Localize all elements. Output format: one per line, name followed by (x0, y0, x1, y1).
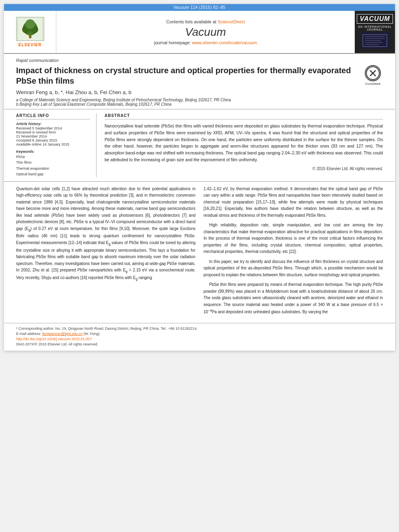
vacuum-logo: VACUUM AN INTERNATIONAL JOURNAL (357, 14, 393, 50)
history-label: Article history: (16, 122, 90, 126)
svg-point-5 (25, 19, 35, 29)
corresponding-note: * Corresponding author. No. 19, Qingyuan… (16, 327, 383, 331)
email-note: E-mail address: fengwenran@bjpt.edu.cn (… (16, 332, 383, 336)
keyword-thin-films: Thin films (16, 160, 90, 165)
affiliations: a College of Materials Science and Engin… (16, 98, 383, 107)
keyword-pbse: PbSe (16, 154, 90, 160)
article-info-title: ARTICLE INFO (16, 113, 90, 119)
body-col-left: Quantum-dot solar cells [1,2] have attra… (16, 186, 195, 319)
email-label: E-mail address: (16, 332, 41, 336)
elsevier-logo-area: ELSEVIER (4, 11, 56, 53)
section-label: Rapid communication (16, 58, 383, 63)
elsevier-tree-icon (16, 17, 44, 41)
doi-note: http://dx.doi.org/10.1016/j.vacuum.2015.… (16, 337, 383, 341)
main-content: Quantum-dot solar cells [1,2] have attra… (4, 182, 395, 323)
keywords-section: Keywords: PbSe Thin films Thermal evapor… (16, 150, 90, 177)
body-paragraph-4: In this paper, we try to identify and di… (204, 259, 383, 279)
abstract-title: ABSTRACT (105, 113, 383, 119)
volume-text: Vacuum 114 (2015) 82–85 (173, 5, 225, 10)
body-paragraph-1: Quantum-dot solar cells [1,2] have attra… (16, 186, 195, 282)
article-footer: * Corresponding author. No. 19, Qingyuan… (4, 323, 395, 351)
crossmark-icon (365, 65, 381, 81)
body-paragraph-2: 1.42–1.62 eV, by thermal evaporation met… (204, 186, 383, 219)
homepage-link[interactable]: www.elsevier.com/locate/vacuum (192, 40, 257, 45)
doi-link[interactable]: http://dx.doi.org/10.1016/j.vacuum.2015.… (16, 337, 92, 341)
body-text-right: 1.42–1.62 eV, by thermal evaporation met… (204, 186, 383, 316)
affiliation-a: a College of Materials Science and Engin… (16, 98, 383, 102)
elsevier-logo: ELSEVIER (16, 17, 44, 47)
crossmark-text: CrossMark (365, 82, 381, 86)
body-paragraph-3: High reliability, deposition rate, simpl… (204, 222, 383, 255)
body-paragraph-5: PbSe thin films were prepared by means o… (204, 281, 383, 316)
body-text-left: Quantum-dot solar cells [1,2] have attra… (16, 186, 195, 282)
abstract-section: ABSTRACT Nanocrystalline lead selenide (… (105, 113, 383, 177)
abstract-text: Nanocrystalline lead selenide (PbSe) thi… (105, 123, 383, 163)
keyword-thermal-evaporation: Thermal evaporation (16, 166, 90, 171)
page: Vacuum 114 (2015) 82–85 (4, 4, 395, 351)
keyword-optical-band-gap: Optical band gap (16, 171, 90, 177)
elsevier-label: ELSEVIER (19, 43, 41, 47)
journal-header: ELSEVIER Contents lists available at Sci… (4, 11, 395, 54)
email-link[interactable]: fengwenran@bjpt.edu.cn (42, 332, 82, 336)
vacuum-logo-area: VACUUM AN INTERNATIONAL JOURNAL (355, 11, 395, 53)
authors: Wenran Feng a, b, *, Hai Zhou a, b, Fei … (16, 89, 383, 95)
crossmark: CrossMark (363, 65, 383, 86)
article-info: ARTICLE INFO Article history: Received 5… (16, 113, 97, 177)
journal-homepage: journal homepage: www.elsevier.com/locat… (154, 40, 257, 45)
affiliation-b: b Beijing Key Lab of Special Elastomer C… (16, 102, 383, 107)
volume-bar: Vacuum 114 (2015) 82–85 (4, 4, 395, 11)
sciencedirect-link[interactable]: ScienceDirect (218, 19, 245, 24)
keywords-label: Keywords: (16, 150, 90, 154)
article-body: ARTICLE INFO Article history: Received 5… (4, 109, 395, 182)
abstract-copyright: © 2015 Elsevier Ltd. All rights reserved… (105, 166, 383, 171)
article-title: Impact of thickness on crystal structure… (16, 65, 356, 86)
body-col-right: 1.42–1.62 eV, by thermal evaporation met… (204, 186, 383, 319)
issn-note: 0042-207X/© 2015 Elsevier Ltd. All right… (16, 342, 383, 346)
title-row: Impact of thickness on crystal structure… (16, 65, 383, 86)
received-date: Received 5 September 2014 Received in re… (16, 126, 90, 146)
email-suffix: (W. Feng). (84, 332, 101, 336)
article-header: Rapid communication Impact of thickness … (4, 54, 395, 109)
journal-name: Vacuum (185, 26, 226, 39)
journal-center: Contents lists available at ScienceDirec… (56, 11, 355, 53)
sciencedirect-text: Contents lists available at ScienceDirec… (166, 19, 245, 24)
